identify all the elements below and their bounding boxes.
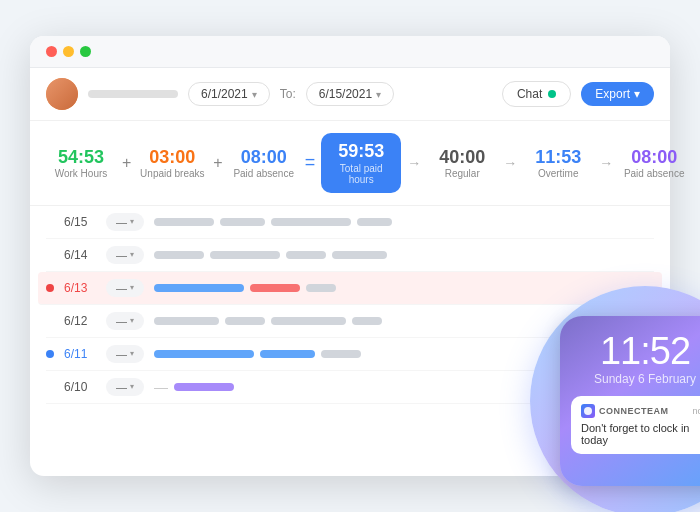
table-row: 6/15 —▾	[46, 206, 654, 239]
unpaid-breaks-label: Unpaid breaks	[140, 168, 204, 179]
arrow-icon-1: →	[407, 155, 421, 171]
notif-header: CONNECTEAM now	[581, 404, 700, 418]
bar	[154, 317, 219, 325]
chat-online-dot	[548, 90, 556, 98]
row-date: 6/11	[64, 347, 96, 361]
row-date: 6/13	[64, 281, 96, 295]
caret-icon: ▾	[130, 250, 134, 259]
bar	[321, 350, 361, 358]
bar	[332, 251, 387, 259]
export-arrow-icon: ▾	[634, 87, 640, 101]
caret-icon: ▾	[130, 382, 134, 391]
row-dropdown[interactable]: —▾	[106, 312, 144, 330]
regular-label: Regular	[445, 168, 480, 179]
total-paid-stat: 59:53 Total paid hours	[321, 133, 401, 193]
work-hours-label: Work Hours	[55, 168, 108, 179]
row-dropdown[interactable]: —▾	[106, 345, 144, 363]
watch-date: Sunday 6 February	[594, 372, 696, 386]
row-dot	[46, 218, 54, 226]
row-dot-red	[46, 284, 54, 292]
bar	[174, 383, 234, 391]
row-dot-blue	[46, 350, 54, 358]
regular-stat: 40:00 Regular	[427, 147, 497, 180]
row-dot	[46, 251, 54, 259]
caret-icon: ▾	[130, 349, 134, 358]
row-bars	[154, 284, 654, 292]
row-bars	[154, 218, 654, 226]
date-to-picker[interactable]: 6/15/2021 ▾	[306, 82, 394, 106]
bar	[154, 218, 214, 226]
notif-time: now	[692, 406, 700, 416]
row-date: 6/15	[64, 215, 96, 229]
bar	[210, 251, 280, 259]
overtime-label: Overtime	[538, 168, 579, 179]
overtime-stat: 11:53 Overtime	[523, 147, 593, 180]
row-date: 6/10	[64, 380, 96, 394]
bar	[352, 317, 382, 325]
avatar	[46, 78, 78, 110]
notif-brand-name: CONNECTEAM	[599, 406, 669, 416]
row-dropdown[interactable]: —▾	[106, 246, 144, 264]
caret-icon: ▾	[130, 316, 134, 325]
bar	[225, 317, 265, 325]
total-paid-value: 59:53	[338, 141, 384, 163]
unpaid-breaks-value: 03:00	[149, 147, 195, 169]
notif-message: Don't forget to clock in today	[581, 422, 700, 446]
watch-time: 11:52	[600, 332, 690, 370]
paid-absence2-stat: 08:00 Paid absence	[619, 147, 689, 180]
toolbar: 6/1/2021 ▾ To: 6/15/2021 ▾ Chat Export ▾	[30, 68, 670, 121]
table-row-highlighted: 6/13 —▾	[38, 272, 662, 305]
paid-absence-label: Paid absence	[233, 168, 294, 179]
export-button[interactable]: Export ▾	[581, 82, 654, 106]
chat-button[interactable]: Chat	[502, 81, 571, 107]
row-dot	[46, 383, 54, 391]
connecteam-icon	[581, 404, 595, 418]
to-label: To:	[280, 87, 296, 101]
stats-bar: 54:53 Work Hours + 03:00 Unpaid breaks +…	[30, 121, 670, 206]
paid-absence2-label: Paid absence	[624, 168, 685, 179]
maximize-dot[interactable]	[80, 46, 91, 57]
bar	[220, 218, 265, 226]
arrow-icon-2: →	[503, 155, 517, 171]
work-hours-stat: 54:53 Work Hours	[46, 147, 116, 180]
main-window: 6/1/2021 ▾ To: 6/15/2021 ▾ Chat Export ▾…	[30, 36, 670, 476]
row-dropdown[interactable]: —▾	[106, 378, 144, 396]
row-dropdown[interactable]: —▾	[106, 213, 144, 231]
bar	[260, 350, 315, 358]
caret-icon: ▾	[130, 217, 134, 226]
date-from-picker[interactable]: 6/1/2021 ▾	[188, 82, 270, 106]
table-row: 6/14 —▾	[46, 239, 654, 272]
bar	[250, 284, 300, 292]
row-date: 6/12	[64, 314, 96, 328]
user-name-placeholder	[88, 90, 178, 98]
export-label: Export	[595, 87, 630, 101]
total-paid-label: Total paid hours	[335, 163, 387, 185]
row-dropdown[interactable]: —▾	[106, 279, 144, 297]
caret-icon: ▾	[130, 283, 134, 292]
bar	[271, 218, 351, 226]
bar	[306, 284, 336, 292]
close-dot[interactable]	[46, 46, 57, 57]
bar	[154, 284, 244, 292]
empty-indicator: —	[154, 379, 168, 395]
date-from-arrow-icon: ▾	[252, 89, 257, 100]
arrow-icon-3: →	[599, 155, 613, 171]
minimize-dot[interactable]	[63, 46, 74, 57]
row-dot	[46, 317, 54, 325]
paid-absence2-value: 08:00	[631, 147, 677, 169]
bar	[357, 218, 392, 226]
row-date: 6/14	[64, 248, 96, 262]
plus-icon-1: +	[122, 154, 131, 172]
chat-label: Chat	[517, 87, 542, 101]
overtime-value: 11:53	[535, 147, 581, 169]
unpaid-breaks-stat: 03:00 Unpaid breaks	[137, 147, 207, 180]
date-from-value: 6/1/2021	[201, 87, 248, 101]
equals-icon: =	[305, 152, 316, 173]
bar	[286, 251, 326, 259]
date-to-arrow-icon: ▾	[376, 89, 381, 100]
date-to-value: 6/15/2021	[319, 87, 372, 101]
bar	[154, 251, 204, 259]
notif-brand: CONNECTEAM	[581, 404, 669, 418]
watch-face: 11:52 Sunday 6 February CONNECTEAM now D…	[560, 316, 700, 486]
work-hours-value: 54:53	[58, 147, 104, 169]
